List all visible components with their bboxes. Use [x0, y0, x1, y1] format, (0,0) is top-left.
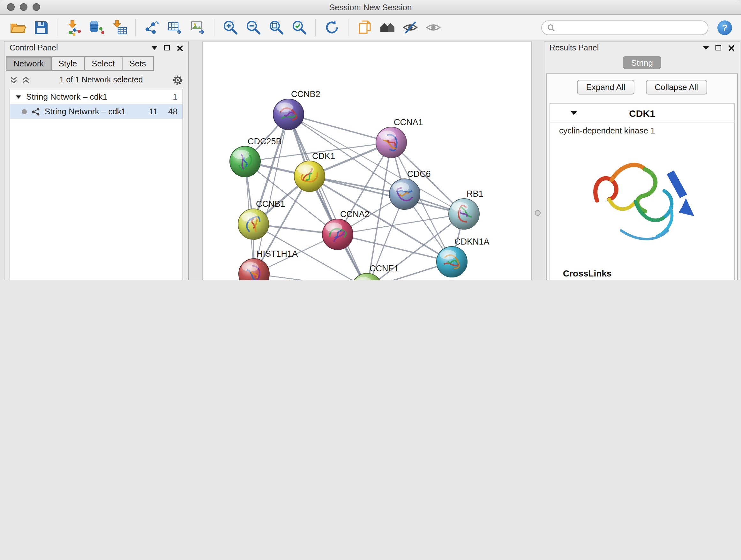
close-panel-icon[interactable]: [176, 44, 183, 51]
first-neighbors-button[interactable]: [376, 17, 399, 38]
collapse-all-button[interactable]: Collapse All: [646, 80, 707, 95]
zoom-out-button[interactable]: [242, 17, 265, 38]
houses-icon: [379, 19, 396, 36]
tab-network[interactable]: Network: [6, 56, 51, 71]
network-tree: String Network – cdk1 1 String Network –…: [10, 89, 183, 280]
toolbar-separator: [135, 19, 136, 36]
collection-count: 1: [173, 92, 178, 102]
results-tabs: String: [544, 54, 740, 71]
network-row[interactable]: String Network – cdk1 11 48: [10, 104, 183, 119]
crosslinks-heading: CrossLinks: [550, 262, 734, 280]
toolbar-separator: [348, 19, 348, 36]
import-network-database-button[interactable]: [85, 17, 108, 38]
protein-section: CDK1 cyclin-dependent kinase 1: [549, 104, 735, 280]
import-network-file-icon: [65, 19, 82, 36]
main-area: Control Panel Network Style Select Sets …: [0, 40, 741, 280]
panel-menu-icon[interactable]: [703, 46, 709, 50]
new-network-icon: [144, 19, 160, 36]
zoom-in-icon: [222, 19, 239, 36]
import-network-file-button[interactable]: [62, 17, 85, 38]
network-graph[interactable]: CCNB2CCNA1CDC25BCDK1CDC6RB1CCNB1CCNA2CDK…: [203, 42, 531, 280]
tab-string[interactable]: String: [623, 56, 661, 69]
node-label: CDC6: [407, 169, 431, 179]
node-label: CDC25B: [248, 137, 282, 146]
refresh-view-button[interactable]: [320, 17, 343, 38]
node-label: CDKN1A: [455, 237, 489, 246]
show-all-button[interactable]: [422, 17, 445, 38]
minimize-window-button[interactable]: [20, 3, 27, 11]
zoom-in-button[interactable]: [219, 17, 242, 38]
vertical-splitter-handle[interactable]: [535, 210, 541, 216]
save-session-button[interactable]: [29, 17, 52, 38]
open-file-button[interactable]: [6, 17, 29, 38]
title-bar: Session: New Session: [0, 0, 741, 15]
zoom-window-button[interactable]: [32, 3, 40, 11]
export-table-icon: [166, 19, 183, 36]
export-image-icon: [190, 19, 206, 36]
close-window-button[interactable]: [7, 3, 15, 11]
string-results-container: Expand All Collapse All CDK1 cyclin-depe…: [546, 73, 738, 280]
search-box[interactable]: [541, 20, 709, 35]
node-label: CDK1: [312, 151, 335, 161]
float-panel-icon[interactable]: [164, 45, 170, 51]
node-label: CCNA2: [340, 209, 369, 219]
string-network-icon: [31, 107, 40, 116]
zoom-selected-icon: [291, 19, 308, 36]
panel-menu-icon[interactable]: [151, 46, 158, 50]
node-label: HIST1H1A: [257, 249, 298, 259]
protein-description: cyclin-dependent kinase 1: [550, 123, 734, 135]
float-panel-icon[interactable]: [716, 45, 721, 51]
network-node-rb1[interactable]: RB1: [449, 189, 483, 229]
window-controls: [7, 3, 40, 11]
collection-row[interactable]: String Network – cdk1 1: [10, 89, 183, 104]
network-node-ccna1[interactable]: CCNA1: [376, 118, 423, 158]
network-node-hist1h1a[interactable]: HIST1H1A: [239, 249, 298, 280]
zoom-fit-icon: [268, 19, 285, 36]
collapse-all-icon[interactable]: [10, 76, 18, 84]
node-label: CCNB1: [256, 199, 285, 209]
export-table-button[interactable]: [163, 17, 186, 38]
results-panel-title: Results Panel: [549, 44, 599, 52]
node-label: CCNE1: [369, 264, 399, 273]
network-node-ccnb2[interactable]: CCNB2: [273, 89, 320, 130]
zoom-fit-button[interactable]: [265, 17, 288, 38]
network-node-cdc25b[interactable]: CDC25B: [230, 137, 282, 177]
gear-icon[interactable]: [172, 74, 183, 85]
eye-slash-icon: [402, 19, 419, 36]
hide-selected-button[interactable]: [399, 17, 422, 38]
network-edge[interactable]: [288, 114, 367, 280]
network-node-cdkn1a[interactable]: CDKN1A: [436, 237, 489, 277]
edge-count: 48: [162, 107, 178, 116]
tab-sets[interactable]: Sets: [122, 56, 153, 71]
network-edge[interactable]: [338, 234, 452, 262]
tab-select[interactable]: Select: [84, 56, 122, 71]
close-panel-icon[interactable]: [728, 44, 735, 51]
search-icon: [547, 23, 555, 32]
network-canvas[interactable]: CCNB2CCNA1CDC25BCDK1CDC6RB1CCNB1CCNA2CDK…: [202, 42, 532, 280]
section-collapse-icon[interactable]: [570, 111, 577, 115]
zoom-selected-button[interactable]: [288, 17, 311, 38]
database-icon: [88, 19, 105, 36]
export-image-button[interactable]: [186, 17, 209, 38]
help-button[interactable]: ?: [718, 20, 732, 35]
import-table-button[interactable]: [108, 17, 131, 38]
disclosure-triangle-icon[interactable]: [16, 95, 21, 98]
tab-style[interactable]: Style: [51, 56, 84, 71]
network-status-dot: [22, 109, 27, 114]
network-node-ccnb1[interactable]: CCNB1: [238, 199, 285, 240]
copy-document-button[interactable]: [353, 17, 376, 38]
network-edge[interactable]: [288, 114, 391, 142]
toolbar-separator: [214, 19, 214, 36]
help-label: ?: [722, 22, 727, 33]
control-panel: Control Panel Network Style Select Sets …: [4, 41, 189, 280]
expand-all-button[interactable]: Expand All: [577, 80, 634, 95]
main-toolbar: ?: [0, 15, 741, 41]
node-count: 11: [142, 107, 158, 116]
protein-structure-image: [550, 135, 734, 262]
network-node-cdk1[interactable]: CDK1: [294, 151, 335, 192]
cytoscape-window: Session: New Session: [0, 0, 741, 280]
new-network-button[interactable]: [140, 17, 163, 38]
selection-status: 1 of 1 Network selected: [34, 75, 169, 84]
search-input[interactable]: [559, 22, 703, 33]
expand-all-icon[interactable]: [22, 76, 30, 84]
